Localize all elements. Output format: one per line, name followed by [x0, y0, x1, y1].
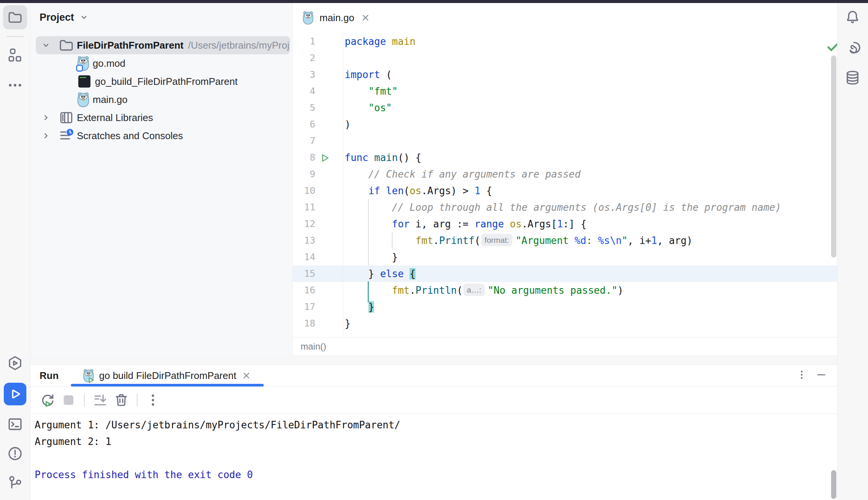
gopher-icon — [76, 91, 90, 108]
chevron-right-icon[interactable] — [40, 112, 52, 124]
sidebar-item-problems[interactable] — [3, 442, 27, 466]
code-line-7: 7 — [293, 133, 837, 149]
toolbar-separator — [137, 394, 138, 406]
tree-item-label: Scratches and Consoles — [77, 130, 183, 142]
project-panel-header: Project — [31, 3, 292, 32]
folder-icon — [58, 37, 75, 54]
code-line-9: 9 // Check if any arguments are passed — [293, 166, 837, 183]
code-line-5: 5 "os" — [293, 100, 837, 116]
sidebar-item-version-control[interactable] — [3, 471, 27, 495]
chevron-down-icon[interactable] — [40, 39, 52, 51]
gutter — [315, 183, 343, 199]
folder-icon — [7, 9, 23, 26]
code-line-14: 14 } — [293, 249, 837, 265]
line-number: 18 — [293, 315, 315, 332]
tree-item-path: /Users/jetbrains/myProj — [188, 40, 289, 51]
tab-main-go[interactable]: main.go — [293, 3, 381, 32]
tree-item-go_build_FileDirPathFromParent[interactable]: go_build_FileDirPathFromParent — [36, 72, 290, 90]
gutter — [315, 83, 343, 100]
line-number: 10 — [293, 183, 315, 199]
console-line: Process finished with the exit code 0 — [35, 466, 837, 483]
gutter — [315, 216, 343, 232]
code-editor[interactable]: 1package main23import (4 "fmt"5 "os"6)78… — [293, 32, 837, 338]
project-tree: FileDirPathFromParent/Users/jetbrains/my… — [31, 36, 292, 145]
tree-item-go.mod[interactable]: go.mod — [36, 54, 290, 72]
inline-parameter-hint: format: — [481, 234, 512, 246]
line-number: 17 — [293, 299, 315, 315]
more-actions-button[interactable] — [144, 391, 162, 409]
line-number: 9 — [293, 166, 315, 183]
gutter — [315, 133, 343, 149]
editor-scrollbar-thumb[interactable] — [831, 55, 836, 258]
tree-item-label: FileDirPathFromParent — [77, 40, 183, 51]
run-line-icon[interactable] — [319, 152, 330, 164]
tree-item-FileDirPathFromParent[interactable]: FileDirPathFromParent/Users/jetbrains/my… — [36, 36, 290, 54]
line-number: 6 — [293, 116, 315, 133]
gutter — [315, 50, 343, 66]
tree-item-main.go[interactable]: main.go — [36, 90, 290, 109]
console-line: Argument 1: /Users/jetbrains/myProjects/… — [35, 417, 837, 433]
tree-item-label: go.mod — [93, 58, 125, 69]
gutter — [315, 265, 343, 282]
code-line-11: 11 // Loop through all the arguments (os… — [293, 199, 837, 216]
tree-item-External Libraries[interactable]: External Libraries — [36, 109, 290, 127]
sidebar-item-project[interactable] — [3, 5, 27, 29]
code-line-3: 3import ( — [293, 66, 837, 83]
code-line-1: 1package main — [293, 33, 837, 50]
scope-indent-guide — [368, 281, 369, 302]
breadcrumb-item-main[interactable]: main() — [301, 341, 326, 352]
chevron-down-icon[interactable] — [78, 11, 90, 23]
line-number: 15 — [293, 265, 315, 282]
chevron-down-icon — [40, 39, 52, 51]
line-number: 7 — [293, 133, 315, 149]
folder-icon — [58, 37, 75, 54]
code-line-2: 2 — [293, 50, 837, 66]
right-activity-bar — [837, 3, 868, 500]
binary-icon — [76, 73, 93, 90]
editor-tab-bar: main.go — [293, 3, 837, 33]
sidebar-divider — [6, 36, 24, 37]
hide-tool-window-button[interactable] — [813, 365, 830, 385]
run-toolbar — [31, 387, 837, 414]
line-number: 4 — [293, 83, 315, 100]
more-options-button[interactable] — [793, 365, 810, 385]
code-line-15: 15 } else { — [293, 265, 837, 282]
sidebar-item-database[interactable] — [840, 66, 865, 90]
structure-icon — [7, 47, 23, 63]
project-panel-title[interactable]: Project — [40, 12, 74, 23]
run-panel-title: Run — [40, 370, 59, 382]
close-icon[interactable] — [359, 12, 371, 24]
code-line-16: 16 fmt.Println(a…:"No arguments passed."… — [293, 282, 837, 299]
line-number: 5 — [293, 100, 315, 116]
clear-all-button[interactable] — [113, 391, 130, 409]
console-line — [35, 450, 837, 466]
rerun-button[interactable] — [39, 391, 56, 409]
code-line-6: 6) — [293, 116, 837, 133]
console-output[interactable]: Argument 1: /Users/jetbrains/myProjects/… — [31, 414, 837, 483]
sidebar-item-more-tool-windows[interactable] — [3, 73, 27, 97]
chevron-right-icon[interactable] — [40, 130, 52, 142]
run-configuration-tab[interactable]: go build FileDirPathFromParent — [78, 365, 257, 386]
go-mod-icon — [76, 55, 90, 72]
close-icon[interactable] — [240, 370, 252, 382]
tree-item-Scratches and Consoles[interactable]: Scratches and Consoles — [36, 127, 290, 145]
sidebar-item-notifications[interactable] — [840, 5, 865, 29]
ext-lib-icon — [58, 109, 75, 126]
sidebar-item-terminal[interactable] — [3, 412, 27, 436]
sidebar-item-ai-assistant[interactable] — [840, 35, 865, 60]
stop-button[interactable] — [60, 391, 77, 409]
terminal-icon — [7, 416, 23, 433]
console-scrollbar-thumb[interactable] — [831, 470, 836, 499]
kebab-icon — [796, 369, 808, 381]
code-line-10: 10 if len(os.Args) > 1 { — [293, 183, 837, 199]
gutter — [315, 315, 343, 332]
code-line-17: 17 } — [293, 299, 837, 315]
sidebar-item-run[interactable] — [4, 383, 26, 405]
scroll-to-end-button[interactable] — [92, 391, 109, 409]
project-tool-window: Project FileDirPathFromParent/Users/jetb… — [31, 3, 293, 356]
gopher-icon — [76, 91, 90, 108]
sidebar-item-structure[interactable] — [3, 43, 27, 67]
sidebar-item-services[interactable] — [3, 351, 27, 375]
problems-icon — [7, 445, 23, 462]
inline-parameter-hint: a…: — [463, 284, 485, 296]
